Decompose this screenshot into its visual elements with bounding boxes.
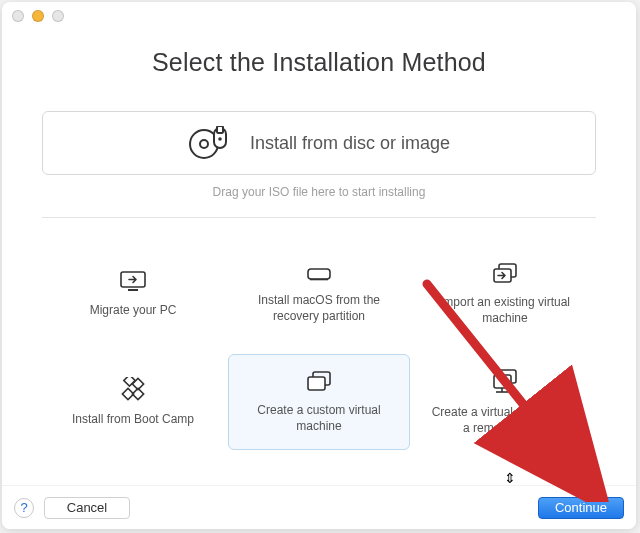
continue-button[interactable]: Continue: [538, 497, 624, 519]
install-bootcamp-option[interactable]: Install from Boot Camp: [42, 354, 224, 450]
svg-rect-3: [217, 126, 223, 133]
install-macos-recovery-option[interactable]: Install macOS from the recovery partitio…: [228, 246, 410, 342]
create-custom-vm-option[interactable]: Create a custom virtual machine: [228, 354, 410, 450]
divider: [42, 217, 596, 218]
custom-vm-icon: [306, 370, 332, 392]
pc-migrate-icon: [119, 270, 147, 292]
window-zoom-button[interactable]: [52, 10, 64, 22]
options-grid: Migrate your PC Install macOS from the r…: [42, 246, 596, 450]
install-macos-recovery-label: Install macOS from the recovery partitio…: [244, 292, 394, 324]
svg-rect-18: [494, 375, 511, 388]
migrate-pc-label: Migrate your PC: [90, 302, 177, 318]
create-remote-vm-label: Create a virtual machine on a remote ser…: [430, 404, 580, 436]
import-vm-icon: [492, 262, 518, 284]
import-vm-option[interactable]: Import an existing virtual machine: [414, 246, 596, 342]
svg-point-4: [218, 137, 222, 141]
page-title: Select the Installation Method: [42, 48, 596, 77]
remote-vm-icon: [492, 368, 518, 394]
help-button[interactable]: ?: [14, 498, 34, 518]
svg-point-1: [200, 140, 208, 148]
titlebar: [2, 2, 636, 30]
content-area: Select the Installation Method Install f…: [2, 48, 636, 450]
install-from-disc-label: Install from disc or image: [250, 133, 450, 154]
footer-bar: ? Cancel Continue: [2, 485, 636, 529]
create-custom-vm-label: Create a custom virtual machine: [244, 402, 394, 434]
installer-window: Select the Installation Method Install f…: [2, 2, 636, 529]
bootcamp-icon: [121, 377, 145, 401]
svg-rect-7: [308, 269, 330, 279]
import-vm-label: Import an existing virtual machine: [430, 294, 580, 326]
window-close-button[interactable]: [12, 10, 24, 22]
install-bootcamp-label: Install from Boot Camp: [72, 411, 194, 427]
resize-cursor-icon: ⇕: [504, 470, 516, 486]
drive-icon: [306, 264, 332, 282]
svg-rect-6: [128, 289, 138, 291]
iso-drop-hint: Drag your ISO file here to start install…: [42, 185, 596, 199]
window-minimize-button[interactable]: [32, 10, 44, 22]
svg-rect-16: [308, 377, 325, 390]
disc-usb-icon: [188, 126, 234, 160]
migrate-pc-option[interactable]: Migrate your PC: [42, 246, 224, 342]
cancel-button[interactable]: Cancel: [44, 497, 130, 519]
create-remote-vm-option[interactable]: Create a virtual machine on a remote ser…: [414, 354, 596, 450]
install-from-disc-option[interactable]: Install from disc or image: [42, 111, 596, 175]
